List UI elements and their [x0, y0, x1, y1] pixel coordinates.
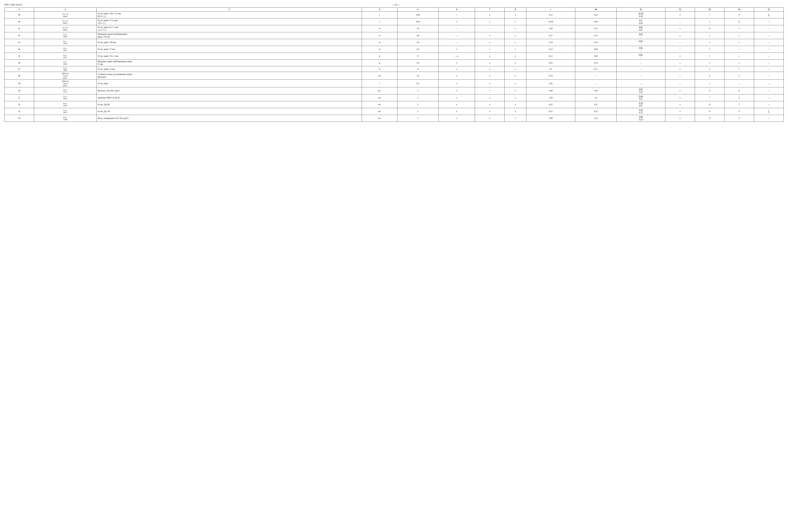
row-desc: То же, Ду100: [97, 101, 362, 108]
col-header-11: 11: [616, 7, 665, 12]
row-c9: 3,28: [526, 94, 575, 101]
row-code: I2-у- 2017: [34, 53, 97, 60]
row-c9: 0,25: [526, 60, 575, 66]
row-c10: 0,72: [575, 25, 616, 32]
row-c8: о: [505, 25, 526, 32]
row-desc: Конд. запорводчик 45с13нж Ду25: [97, 115, 362, 122]
row-c5: 5,6: [397, 46, 438, 53]
row-code: I2-у- 2077: [34, 108, 97, 115]
row-c14: —: [724, 80, 754, 87]
row-c11: 0,430,15: [616, 108, 665, 115]
row-c4: т: [362, 80, 397, 87]
table-row: 48ПМО I2 отд.II раб.2Стоимость воды для …: [4, 72, 784, 80]
col-header-3: 3: [97, 7, 362, 12]
row-num: 42: [4, 32, 34, 39]
row-desc: То же, диам. 57 х3 мм 119 х 1,1: [97, 18, 362, 25]
row-code: ПМО I2 отд.II раб.2: [34, 72, 97, 80]
row-c7: о: [475, 66, 505, 72]
row-c4: м: [362, 32, 397, 39]
row-c15: —: [754, 18, 784, 25]
table-row: 42I2-у- 2020Промывка водой трубопроводов…: [4, 32, 784, 39]
row-c13: I: [695, 60, 724, 66]
column-header-row: 1 2 3 4 5 6 7 8 с 10 11 12 13 14 15: [4, 7, 784, 12]
row-c10: 0,14: [575, 60, 616, 66]
row-c15: —: [754, 115, 784, 122]
row-c14: 7: [724, 101, 754, 108]
row-c10: 0,12: [575, 66, 616, 72]
col-header-6: 6: [438, 7, 475, 12]
row-c6: о: [438, 72, 475, 80]
row-c12: о: [665, 25, 695, 32]
row-c4: м: [362, 60, 397, 66]
row-num: 47: [4, 66, 34, 72]
row-c14: 4: [724, 115, 754, 122]
row-c6: —: [438, 25, 475, 32]
row-c6: —а: [438, 53, 475, 60]
row-c14: I: [724, 60, 754, 66]
row-c8: о: [505, 101, 526, 108]
row-c6: о: [438, 80, 475, 87]
row-code: I2-у- 2172: [34, 87, 97, 94]
row-c8: о: [505, 72, 526, 80]
row-c15: —: [754, 94, 784, 101]
row-c14: 4: [724, 94, 754, 101]
row-c12: о: [665, 87, 695, 94]
table-row: 40I2-у-12 прим.То же, диам. 57 х3 мм 119…: [4, 18, 784, 25]
row-c13: 9: [695, 25, 724, 32]
row-c10: 64,8: [575, 18, 616, 25]
row-c11: —: [616, 72, 665, 80]
row-c8: о: [505, 39, 526, 46]
row-c11: 0,070,02: [616, 87, 665, 94]
row-c10: 0,06: [575, 53, 616, 60]
row-c4: шт.: [362, 87, 397, 94]
row-c13: I: [695, 46, 724, 53]
row-c9: 0,19: [526, 39, 575, 46]
row-c5: 2: [397, 115, 438, 122]
row-code: I2-у- 2074: [34, 94, 97, 101]
row-c12: —: [665, 46, 695, 53]
row-code: I2-у- 2015: [34, 46, 97, 53]
row-c13: I: [695, 39, 724, 46]
row-c4: шт.: [362, 101, 397, 108]
col-header-9: с: [526, 7, 575, 12]
row-c13: 5: [695, 18, 724, 25]
row-c14: I: [724, 39, 754, 46]
row-c6: о: [438, 108, 475, 115]
row-desc: Задвижка ВКI2-16 Ду50: [97, 94, 362, 101]
row-code: I2-у- 2019: [34, 39, 97, 46]
col-header-12: 12: [665, 7, 695, 12]
row-c7: о: [475, 101, 505, 108]
row-num: 46: [4, 60, 34, 66]
row-c7: о: [475, 115, 505, 122]
row-c4: м: [362, 25, 397, 32]
row-c6: —: [438, 39, 475, 46]
table-row: 47I2-у- 2081То же, диам. 32 ммм8ооо0,20,…: [4, 66, 784, 72]
row-c6: о: [438, 101, 475, 108]
row-c10: 0,10: [575, 39, 616, 46]
row-c15: —: [754, 80, 784, 87]
row-c15: —: [754, 72, 784, 80]
row-c5: 2: [397, 87, 438, 94]
row-num: 54: [4, 115, 34, 122]
row-c14: —: [724, 46, 754, 53]
row-c6: о: [438, 94, 475, 101]
row-c4: м: [362, 39, 397, 46]
row-c12: —: [665, 39, 695, 46]
row-c9: 2,42: [526, 80, 575, 87]
row-c9: 3,98: [526, 115, 575, 122]
row-c13: I: [695, 80, 724, 87]
table-row: 41I2-у-8 прим.То же, диам. 82 х 2 мм 1,2…: [4, 25, 784, 32]
row-c8: о: [505, 46, 526, 53]
row-c11: 0,060,03: [616, 115, 665, 122]
row-c12: о: [665, 94, 695, 101]
row-c4: т: [362, 18, 397, 25]
row-c11: —: [616, 66, 665, 72]
row-c5: 2: [397, 94, 438, 101]
row-num: 50: [4, 87, 34, 94]
row-c15: —: [754, 101, 784, 108]
row-c11: 0,01—: [616, 53, 665, 60]
row-code: I2-у- 2081: [34, 66, 97, 72]
row-c8: о: [505, 108, 526, 115]
row-c10: 2,22: [575, 115, 616, 122]
table-row: 51I2-у- 2074Задвижка ВКI2-16 Ду50шт.2ооо…: [4, 94, 784, 101]
